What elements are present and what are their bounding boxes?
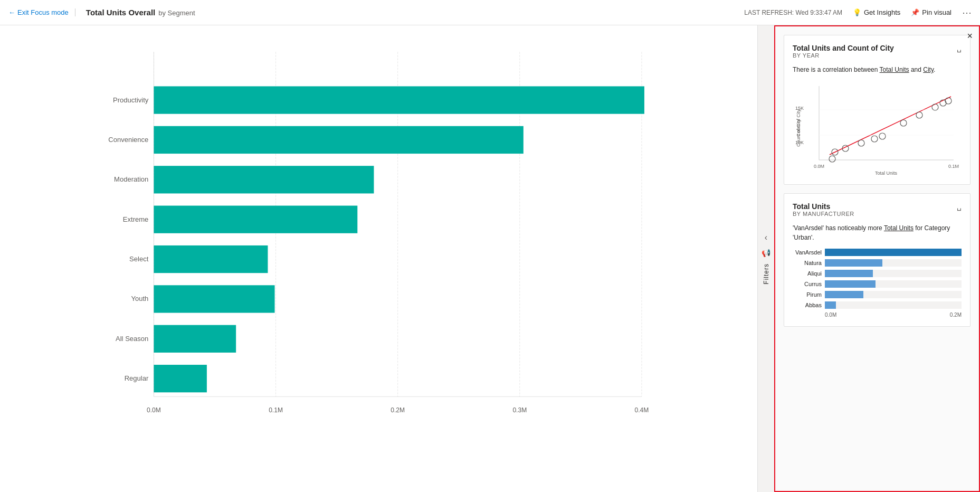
- bar-fill-vanarsdel: [825, 249, 962, 256]
- pin-icon: 📌: [911, 8, 919, 16]
- card2-desc-prefix: 'VanArsdel' has noticeably more: [793, 224, 884, 232]
- insight-card-2-title: Total Units: [793, 202, 854, 211]
- svg-point-40: [858, 140, 864, 146]
- filters-label: Filters: [763, 263, 770, 285]
- svg-rect-20: [154, 325, 236, 353]
- bar-track-currus: [825, 280, 962, 288]
- insights-close-button[interactable]: ×: [967, 31, 973, 42]
- bar-track-pirum: [825, 291, 962, 298]
- svg-point-45: [932, 104, 938, 110]
- bar-label-abbas: Abbas: [793, 302, 822, 308]
- bar-row-vanarsdel: VanArsdel: [793, 249, 962, 256]
- chart-area: Productivity Convenience Moderation Extr…: [0, 25, 774, 492]
- card2-total-units-link[interactable]: Total Units: [884, 224, 914, 232]
- svg-text:0.0M: 0.0M: [814, 164, 824, 169]
- get-insights-button[interactable]: 💡 Get Insights: [853, 8, 900, 16]
- svg-text:0.4M: 0.4M: [635, 406, 649, 414]
- description-mid: and: [909, 66, 924, 73]
- page-subtitle: by Segment: [158, 9, 195, 17]
- svg-text:Count of City: Count of City: [796, 109, 801, 137]
- svg-text:0.1M: 0.1M: [269, 406, 283, 414]
- insight-card-1-description: There is a correlation between Total Uni…: [793, 65, 962, 74]
- insight-card-1-title-area: Total Units and Count of City BY YEAR: [793, 44, 894, 63]
- insights-panel: × Total Units and Count of City BY YEAR …: [774, 25, 980, 492]
- scatter-plot-container: 15K 10K Count of City 0.0M 0.1M Total Un…: [793, 81, 962, 176]
- description-suffix: .: [934, 66, 935, 73]
- svg-rect-16: [154, 245, 268, 273]
- bar-row-pirum: Pirum: [793, 291, 962, 298]
- insight-card-1-header: Total Units and Count of City BY YEAR ␣: [793, 44, 962, 63]
- svg-rect-8: [154, 86, 644, 113]
- filters-panel[interactable]: ‹ 📢 Filters: [757, 25, 774, 492]
- svg-rect-12: [154, 166, 374, 193]
- mini-bar-x-axis: 0.0M 0.2M: [793, 312, 962, 318]
- svg-text:Productivity: Productivity: [113, 96, 149, 104]
- svg-text:All Season: All Season: [116, 335, 148, 343]
- insight-card-2-header: Total Units BY MANUFACTURER ␣: [793, 202, 962, 221]
- svg-point-47: [945, 98, 952, 104]
- insight-card-2-subtitle: BY MANUFACTURER: [793, 211, 854, 217]
- back-arrow-icon: ←: [8, 8, 15, 16]
- megaphone-icon: 📢: [762, 249, 770, 257]
- bar-chart-svg: Productivity Convenience Moderation Extr…: [5, 36, 753, 471]
- chevron-left-icon: ‹: [765, 233, 767, 242]
- svg-rect-10: [154, 126, 523, 154]
- scatter-plot-svg: 15K 10K Count of City 0.0M 0.1M Total Un…: [793, 81, 962, 176]
- page-title-area: Total Units Overall by Segment: [86, 8, 195, 17]
- main-container: Productivity Convenience Moderation Extr…: [0, 25, 980, 492]
- pin-visual-button[interactable]: 📌 Pin visual: [911, 8, 952, 16]
- svg-text:0.2M: 0.2M: [391, 406, 405, 414]
- bar-track-vanarsdel: [825, 249, 962, 256]
- pin-card-1-button[interactable]: ␣: [957, 44, 962, 52]
- svg-text:Moderation: Moderation: [114, 175, 148, 183]
- insight-card-1: Total Units and Count of City BY YEAR ␣ …: [784, 35, 971, 185]
- svg-rect-22: [154, 365, 206, 392]
- bar-track-abbas: [825, 301, 962, 309]
- svg-point-42: [879, 133, 886, 139]
- more-options-button[interactable]: ⋯: [962, 7, 972, 18]
- bar-label-aliqui: Aliqui: [793, 270, 822, 277]
- mini-bar-x-label-02: 0.2M: [950, 312, 962, 318]
- svg-text:Extreme: Extreme: [123, 215, 149, 223]
- svg-point-44: [916, 112, 922, 118]
- insight-card-2: Total Units BY MANUFACTURER ␣ 'VanArsdel…: [784, 193, 971, 327]
- svg-rect-14: [154, 206, 357, 233]
- svg-text:0.1M: 0.1M: [948, 164, 959, 169]
- lightbulb-icon: 💡: [853, 8, 861, 16]
- svg-text:Regular: Regular: [125, 374, 149, 382]
- insight-card-1-subtitle: BY YEAR: [793, 52, 894, 59]
- bar-row-abbas: Abbas: [793, 301, 962, 309]
- bar-row-natura: Natura: [793, 259, 962, 267]
- bar-fill-natura: [825, 259, 882, 267]
- bar-label-currus: Currus: [793, 281, 822, 287]
- svg-text:Youth: Youth: [131, 295, 148, 302]
- svg-point-41: [871, 136, 878, 142]
- page-title: Total Units Overall: [86, 8, 155, 17]
- bar-label-vanarsdel: VanArsdel: [793, 249, 822, 256]
- last-refresh-value: Wed 9:33:47 AM: [795, 9, 842, 16]
- manufacturer-bar-chart: VanArsdel Natura Aliqui: [793, 249, 962, 318]
- description-prefix: There is a correlation between: [793, 66, 880, 73]
- bar-fill-abbas: [825, 301, 836, 309]
- pin-visual-label: Pin visual: [922, 8, 952, 16]
- pin-card-2-button[interactable]: ␣: [957, 202, 962, 211]
- city-link[interactable]: City: [923, 66, 934, 73]
- total-units-link[interactable]: Total Units: [880, 66, 909, 73]
- exit-focus-label: Exit Focus mode: [17, 8, 69, 16]
- insight-card-2-description: 'VanArsdel' has noticeably more Total Un…: [793, 223, 962, 242]
- mini-bar-x-label-0: 0.0M: [825, 312, 836, 318]
- svg-text:0.3M: 0.3M: [512, 406, 527, 414]
- exit-focus-button[interactable]: ← Exit Focus mode: [8, 8, 75, 16]
- bar-fill-currus: [825, 280, 876, 288]
- bar-row-currus: Currus: [793, 280, 962, 288]
- svg-rect-18: [154, 285, 274, 313]
- last-refresh: LAST REFRESH: Wed 9:33:47 AM: [744, 9, 842, 16]
- bar-fill-pirum: [825, 291, 863, 298]
- svg-point-48: [829, 156, 835, 162]
- insight-card-2-title-area: Total Units BY MANUFACTURER: [793, 202, 854, 221]
- svg-point-43: [900, 120, 907, 126]
- svg-text:0.0M: 0.0M: [147, 406, 161, 414]
- bar-track-natura: [825, 259, 962, 267]
- svg-text:Total Units: Total Units: [875, 171, 898, 176]
- header-right: LAST REFRESH: Wed 9:33:47 AM 💡 Get Insig…: [744, 7, 972, 18]
